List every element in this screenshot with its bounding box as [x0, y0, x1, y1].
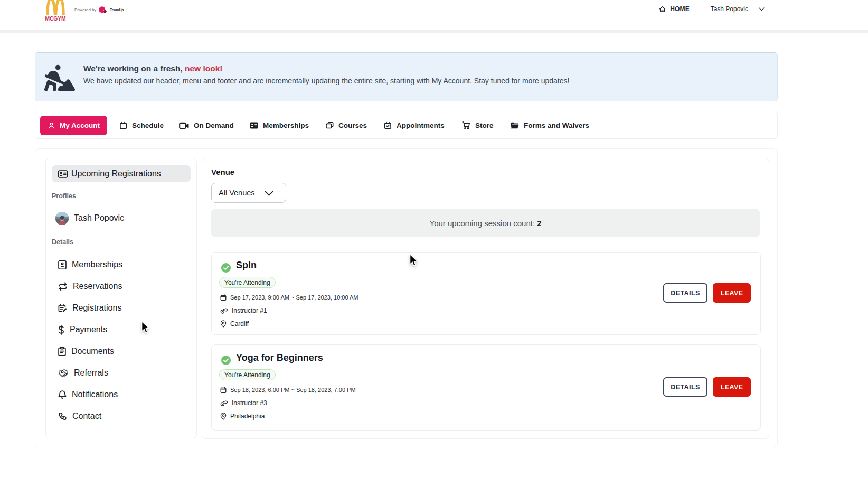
svg-text:MCGYM: MCGYM	[45, 16, 66, 21]
